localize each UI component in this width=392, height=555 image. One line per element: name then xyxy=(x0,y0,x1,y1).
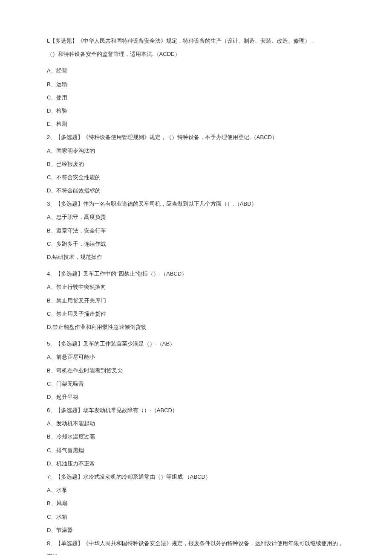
q1-line1: L【多选题】《中华人民共和国特种设备安全法》规定，特种设备的生产（设计、制造、安… xyxy=(47,34,345,47)
q2-text: 2、【多选题】《特种设备使用管理规则》规定，（）特种设备，不予办理使用登记.（A… xyxy=(47,131,345,144)
q5-optC: C、门架无噪音 xyxy=(47,377,345,390)
q6-optB: B、冷却水温度过高 xyxy=(47,430,345,443)
q6-optD: D、机油压力不正常 xyxy=(47,457,345,470)
q4-text: 4、【多选题】叉车工作中的"四禁止"包括（）·（ABCD） xyxy=(47,267,345,280)
q7-optB: B、风扇 xyxy=(47,497,345,510)
q1-optC: C、使用 xyxy=(47,91,345,104)
q6-optC: C、排气冒黑烟 xyxy=(47,444,345,457)
q1-optB: B、运输 xyxy=(47,78,345,91)
q3-optC: C、多跑多干，连续作战 xyxy=(47,237,345,250)
q3-optD: D,钻研技术，规范操作 xyxy=(47,250,345,264)
q5-optB: B、司机在作业时能看到货叉尖 xyxy=(47,364,345,377)
q7-optD: D、节温器 xyxy=(47,523,345,537)
q1-optD: D、检验 xyxy=(47,104,345,117)
q2-optC: C、不符合安全性能的 xyxy=(47,171,345,184)
q7-optC: C、水箱 xyxy=(47,510,345,523)
q1-line2: （）和特种设备安全的监督管理，适用本法.（ACDE） xyxy=(47,47,345,61)
q5-optD: D、起升平稳 xyxy=(47,390,345,404)
q7-optA: A、水泵 xyxy=(47,483,345,497)
q4-optC: C、禁止用叉子撞击货件 xyxy=(47,307,345,320)
q3-optB: B、遵章守法，安全行车 xyxy=(47,224,345,237)
q3-text: 3、【多选题】作为一名有职业道德的叉车司机，应当做到以下几个方面（）.（ABD） xyxy=(47,197,345,210)
q5-optA: A、前悬距尽可能小 xyxy=(47,350,345,363)
q4-optB: B、禁止用货叉开关库门 xyxy=(47,294,345,307)
q4-optD: D,禁止翻盘作业和利用惯性急速倾倒货物 xyxy=(47,320,345,334)
q1-optE: E、检测 xyxy=(47,117,345,131)
q7-text: 7、【多选题】水冷式发动机的冷却系通常由（）等组成·（ABCD） xyxy=(47,470,345,483)
q3-optA: A、忠于职守，高度负责 xyxy=(47,210,345,224)
q6-optA: A、发动机不能起动 xyxy=(47,417,345,430)
q2-optA: A、国家明令淘汰的 xyxy=(47,144,345,157)
q5-text: 5、【多选题】叉车的工作装置至少满足（）·（AB） xyxy=(47,337,345,350)
q2-optB: B、已经报废的 xyxy=(47,157,345,171)
q2-optD: D、不符合能效指标的 xyxy=(47,184,345,197)
q4-optA: A、禁止行驶中突然换向 xyxy=(47,280,345,293)
q8-line1: 8、【单选题】《中华人民共和国特种设备安全法》规定，报废条件以外的特种设备，达到… xyxy=(47,537,345,555)
q1-optA: A、经营 xyxy=(47,64,345,77)
q6-text: 6、【多选题】场车发动机常见故障有（）·（ABCD） xyxy=(47,404,345,417)
